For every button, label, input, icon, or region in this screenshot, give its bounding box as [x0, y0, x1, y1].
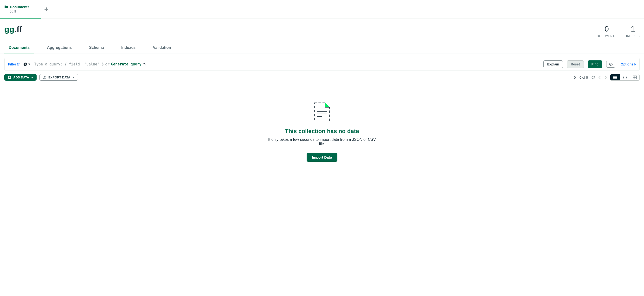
caret-right-icon [634, 63, 636, 66]
find-button[interactable]: Find [588, 60, 602, 68]
view-json-button[interactable] [620, 74, 630, 80]
caret-down-icon [28, 64, 30, 65]
stat-indexes[interactable]: 1 INDEXES [626, 24, 640, 38]
folder-icon [4, 5, 8, 8]
table-icon [633, 76, 636, 79]
next-page-button[interactable] [604, 76, 607, 80]
workspace-tab[interactable]: Documents gg.ff [0, 0, 41, 18]
add-data-label: ADD DATA [13, 76, 29, 79]
tab-subtitle: gg.ff [10, 10, 36, 13]
add-tab-button[interactable] [41, 0, 52, 18]
header: gg.ff 0 DOCUMENTS 1 INDEXES [0, 19, 644, 38]
view-list-button[interactable] [610, 74, 620, 80]
code-icon [609, 63, 613, 66]
empty-state: This collection has no data It only take… [0, 102, 644, 162]
empty-title: This collection has no data [285, 128, 359, 134]
code-button[interactable] [606, 61, 615, 68]
refresh-button[interactable] [591, 76, 595, 80]
tab-validation[interactable]: Validation [148, 44, 176, 53]
empty-document-icon [314, 102, 330, 122]
query-or: or [105, 62, 110, 66]
tab-strip: Documents gg.ff [0, 0, 644, 19]
external-link-icon [17, 63, 20, 66]
stat-documents[interactable]: 0 DOCUMENTS [597, 24, 616, 38]
subtabs: Documents Aggregations Schema Indexes Va… [0, 39, 644, 54]
reset-button[interactable]: Reset [567, 60, 584, 68]
tab-schema[interactable]: Schema [85, 44, 108, 53]
documents-count: 0 [597, 24, 616, 34]
view-table-button[interactable] [630, 74, 640, 80]
namespace-db: gg [4, 24, 14, 34]
generate-query-link[interactable]: Generate query [111, 62, 141, 66]
actions-row: ADD DATA EXPORT DATA 0 – 0 of 0 [0, 71, 644, 80]
clock-icon [23, 62, 27, 66]
page-info: 0 – 0 of 0 [574, 76, 588, 80]
empty-subtitle: It only takes a few seconds to import da… [267, 138, 377, 146]
import-data-button[interactable]: Import Data [306, 153, 337, 162]
braces-icon [623, 76, 627, 79]
plus-circle-icon [8, 76, 11, 79]
export-icon [43, 76, 46, 79]
tab-title: Documents [10, 5, 30, 9]
options-label: Options [621, 62, 634, 66]
prev-page-button[interactable] [598, 76, 601, 80]
indexes-count: 1 [626, 24, 640, 34]
tab-documents[interactable]: Documents [4, 44, 34, 53]
stats: 0 DOCUMENTS 1 INDEXES [597, 24, 640, 38]
sparkle-icon [143, 62, 146, 66]
view-toggle [610, 74, 640, 80]
options-link[interactable]: Options [621, 62, 636, 66]
add-data-button[interactable]: ADD DATA [4, 74, 36, 80]
filter-label: Filter [8, 62, 16, 66]
query-placeholder: Type a query: { field: 'value' } [34, 62, 104, 66]
namespace-title: gg.ff [4, 24, 22, 34]
query-bar: Filter Type a query: { field: 'value' } … [4, 58, 640, 71]
namespace-collection: .ff [14, 24, 22, 34]
tab-aggregations[interactable]: Aggregations [42, 44, 76, 53]
export-data-button[interactable]: EXPORT DATA [40, 74, 78, 80]
caret-down-icon [31, 77, 33, 78]
list-icon [613, 76, 617, 79]
explain-button[interactable]: Explain [544, 60, 563, 68]
tab-indexes[interactable]: Indexes [117, 44, 140, 53]
export-data-label: EXPORT DATA [48, 76, 70, 79]
caret-down-icon [72, 77, 74, 78]
documents-label: DOCUMENTS [597, 34, 616, 38]
indexes-label: INDEXES [626, 34, 640, 38]
filter-link[interactable]: Filter [8, 62, 20, 66]
query-history-button[interactable] [23, 62, 30, 66]
query-input[interactable]: Type a query: { field: 'value' } or Gene… [34, 62, 539, 66]
